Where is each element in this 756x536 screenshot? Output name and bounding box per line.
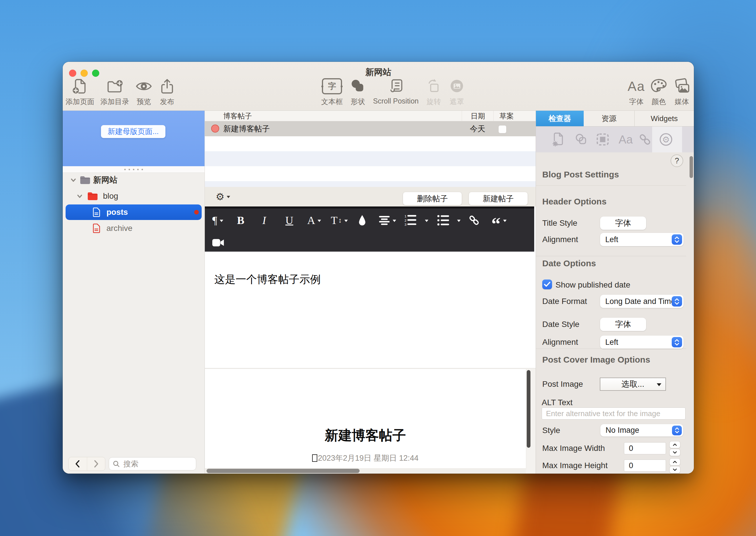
link-inspector-icon[interactable] [638,133,652,146]
sidebar-item-label: archive [106,224,132,233]
media-panel-button[interactable]: 媒体 [669,77,694,106]
shapes-inspector-icon[interactable] [574,132,589,147]
chevron-down-icon[interactable] [76,192,84,200]
post-image-label: Post Image [542,380,583,389]
post-date: 今天 [462,121,493,136]
bullet-list-button[interactable] [437,214,461,227]
help-button[interactable]: ? [670,154,683,167]
search-field[interactable] [109,457,196,470]
typography-inspector-icon[interactable]: Aa [619,133,633,146]
column-title[interactable]: 博客帖子 [223,111,252,121]
stepper-down-icon[interactable] [670,449,680,456]
paragraph-style-button[interactable]: ¶ [212,214,223,227]
editor-content[interactable]: 这是一个博客帖子示例 [214,272,321,287]
max-width-stepper[interactable] [670,441,680,456]
new-master-page-button[interactable]: 新建母版页面... [101,125,165,138]
cover-style-popup[interactable]: No Image [601,424,683,437]
publish-button[interactable]: 发布 [153,77,182,106]
stepper-up-icon[interactable] [670,441,680,448]
column-draft[interactable]: 草案 [493,111,520,121]
main-pane: 博客帖子 日期 草案 新建博客帖子 今天 ⚙ 删除帖子 新建帖子 [205,111,536,474]
date-style-label: Date Style [542,320,579,329]
chevron-down-icon[interactable] [70,176,77,184]
section-date-options: Date Options [542,258,596,268]
column-date[interactable]: 日期 [462,111,494,121]
post-settings-gear-button[interactable]: ⚙ [212,190,234,203]
divider [536,349,686,349]
style-label: Style [542,426,560,435]
window-title: 新网站 [63,66,694,78]
add-folder-button[interactable]: 添加目录 [97,77,132,106]
fonts-panel-button[interactable]: Aa 字体 [623,77,649,106]
selection-frame-icon[interactable] [596,132,610,147]
editor-pane[interactable]: 这是一个博客帖子示例 [205,251,536,368]
preview-vertical-scrollbar[interactable] [527,370,531,448]
popup-chevrons-icon [672,337,682,347]
underline-button[interactable]: U [285,214,293,227]
sidebar-item-posts[interactable]: posts [63,204,205,220]
bold-button[interactable]: B [237,214,244,227]
sidebar: 新建母版页面... 新网站 b [63,111,205,474]
stepper-down-icon[interactable] [670,466,680,473]
sidebar-splitter-handle[interactable] [63,166,205,173]
sidebar-item-blog[interactable]: blog [63,188,205,204]
settings-inspector-icon[interactable]: ⚙ [659,132,673,147]
quote-icon: “ [491,221,500,227]
svg-text:1: 1 [404,215,406,218]
italic-button[interactable]: I [262,214,266,227]
inspector-scrollbar[interactable] [690,156,693,178]
dropdown-caret-icon [457,220,461,224]
sidebar-item-archive[interactable]: archive [63,220,205,236]
preview-horizontal-scrollbar[interactable] [207,469,360,473]
checkmark-icon [544,282,550,287]
delete-post-button[interactable]: 删除帖子 [403,192,462,205]
date-style-font-button[interactable]: 字体 [600,318,646,331]
unsaved-dot-icon [194,210,199,215]
date-alignment-popup[interactable]: Left [600,336,683,349]
dropdown-caret-icon [318,220,321,224]
popup-chevrons-icon [672,296,682,307]
max-width-input[interactable] [624,442,666,454]
draft-checkbox[interactable] [498,125,507,133]
show-published-date-checkbox[interactable] [542,280,552,289]
section-blog-post-settings: Blog Post Settings [542,170,619,180]
blockquote-button[interactable]: “ [491,214,507,227]
numbered-list-button[interactable]: 1 2 3 [404,214,428,227]
tab-inspector[interactable]: 检查器 [536,111,584,126]
header-alignment-popup[interactable]: Left [600,233,683,246]
text-color-button[interactable] [359,214,366,227]
inspector-panel: 检查器 资源 Widgets [536,111,694,474]
blog-folder-icon [87,191,98,201]
scroll-position-button[interactable]: Scroll Position [364,77,428,105]
link-button[interactable] [468,214,480,227]
font-family-button[interactable]: A [307,214,321,227]
video-camera-icon [212,238,224,247]
tab-resources[interactable]: 资源 [584,111,635,126]
fonts-aa-icon: Aa [623,77,649,96]
date-format-popup[interactable]: Long Date and Time [600,295,683,308]
post-image-choose-button[interactable]: 选取... [600,378,666,391]
forward-button[interactable] [87,457,105,470]
max-height-input[interactable] [624,459,666,472]
tab-widgets[interactable]: Widgets [635,111,694,126]
preview-post-date: 2023年2月19日 星期日 12:44 [205,453,526,463]
post-list-header: 博客帖子 日期 草案 [205,111,536,121]
post-row-selected[interactable]: 新建博客帖子 今天 [205,121,536,136]
title-style-font-button[interactable]: 字体 [600,217,646,230]
stepper-up-icon[interactable] [670,458,680,466]
posts-page-icon [92,207,101,218]
sidebar-item-site[interactable]: 新网站 [63,172,205,188]
colors-panel-button[interactable]: 颜色 [646,77,672,106]
dropdown-caret-icon [393,220,396,224]
post-action-bar: ⚙ 删除帖子 新建帖子 [205,187,536,207]
alt-text-input[interactable] [542,408,686,419]
new-post-button[interactable]: 新建帖子 [468,192,528,205]
search-input[interactable] [123,459,192,469]
back-button[interactable] [69,457,87,470]
alignment-button[interactable] [379,214,396,227]
font-size-button[interactable]: T↕ [331,214,348,227]
max-height-stepper[interactable] [670,458,680,473]
insert-video-button[interactable] [212,236,224,249]
page-settings-icon[interactable] [551,132,566,147]
add-page-button[interactable]: 添加页面 [64,77,96,106]
